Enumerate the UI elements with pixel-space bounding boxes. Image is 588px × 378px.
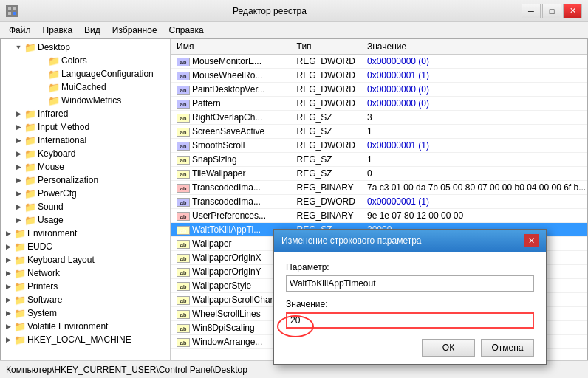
tree-node-keyboard[interactable]: ▶ 📁 Keyboard <box>1 147 170 160</box>
table-row[interactable]: abScreenSaveActiveREG_SZ1 <box>171 125 587 139</box>
folder-icon-keyboardlayout: 📁 <box>14 255 26 265</box>
table-row[interactable]: abTranscodedIma...REG_BINARY7a c3 01 00 … <box>171 181 587 195</box>
tree-node-system[interactable]: ▶ 📁 System <box>1 306 170 320</box>
cell-value: 1 <box>361 153 587 167</box>
window-title: Редактор реестра <box>18 6 522 16</box>
tree-node-printers[interactable]: ▶ 📁 Printers <box>1 280 170 293</box>
tree-node-colors[interactable]: ▶ 📁 Colors <box>1 54 170 67</box>
cell-name: abRightOverlapCh... <box>171 111 291 125</box>
table-row[interactable]: abPatternREG_DWORD0x00000000 (0) <box>171 97 587 111</box>
tree-node-network[interactable]: ▶ 📁 Network <box>1 267 170 280</box>
cell-value: 0x00000001 (1) <box>361 69 587 83</box>
dialog-close-button[interactable]: ✕ <box>524 234 539 247</box>
folder-icon-powercfg: 📁 <box>24 188 36 199</box>
cell-value: 7a c3 01 00 da 7b 05 00 80 07 00 00 b0 0… <box>361 181 587 195</box>
minimize-button[interactable]: ─ <box>522 4 541 18</box>
cell-type: REG_DWORD <box>291 69 361 83</box>
table-row[interactable]: abUserPreferences...REG_BINARY9e 1e 07 8… <box>171 209 587 223</box>
tree-node-powercfg[interactable]: ▶ 📁 PowerCfg <box>1 187 170 200</box>
folder-icon-usage: 📁 <box>24 215 36 225</box>
tree-node-sound[interactable]: ▶ 📁 Sound <box>1 200 170 213</box>
tree-node-personalization[interactable]: ▶ 📁 Personalization <box>1 173 170 187</box>
tree-node-eudc[interactable]: ▶ 📁 EUDC <box>1 240 170 253</box>
dialog-title: Изменение строкового параметра <box>281 236 422 246</box>
folder-icon-mui: 📁 <box>48 82 60 92</box>
menu-view[interactable]: Вид <box>78 24 106 37</box>
table-row[interactable]: abPaintDesktopVer...REG_DWORD0x00000000 … <box>171 83 587 97</box>
cell-name: abMouseWheelRo... <box>171 69 291 83</box>
table-row[interactable]: abTranscodedIma...REG_DWORD0x00000001 (1… <box>171 195 587 209</box>
folder-icon-printers: 📁 <box>14 281 26 292</box>
cell-name: abTranscodedIma... <box>171 195 291 209</box>
tree-node-inputmethod[interactable]: ▶ 📁 Input Method <box>1 120 170 134</box>
folder-icon-inputmethod: 📁 <box>24 122 36 132</box>
col-header-type: Тип <box>291 39 361 55</box>
tree-node-winmetrics[interactable]: ▶ 📁 WindowMetrics <box>1 94 170 107</box>
expand-icon-colors: ▶ <box>36 55 48 66</box>
tree-node-hklm[interactable]: ▶ 📁 HKEY_LOCAL_MACHINE <box>1 333 170 346</box>
cell-name: abMouseMonitorE... <box>171 55 291 69</box>
tree-node-software[interactable]: ▶ 📁 Software <box>1 293 170 306</box>
cell-name: abPattern <box>171 97 291 111</box>
param-label: Параметр: <box>286 262 534 272</box>
table-row[interactable]: abRightOverlapCh...REG_SZ3 <box>171 111 587 125</box>
menu-favorites[interactable]: Избранное <box>106 24 163 37</box>
cell-type: REG_SZ <box>291 125 361 139</box>
folder-icon-lang: 📁 <box>48 69 60 79</box>
tree-node-international[interactable]: ▶ 📁 International <box>1 134 170 147</box>
cell-type: REG_BINARY <box>291 181 361 195</box>
table-row[interactable]: abTileWallpaperREG_SZ0 <box>171 167 587 181</box>
cell-value: 3 <box>361 111 587 125</box>
cell-type: REG_DWORD <box>291 55 361 69</box>
cell-type: REG_DWORD <box>291 139 361 153</box>
folder-icon-keyboard: 📁 <box>24 148 36 159</box>
tree-node-usage[interactable]: ▶ 📁 Usage <box>1 213 170 227</box>
tree-node-environment[interactable]: ▶ 📁 Environment <box>1 227 170 240</box>
tree-node-infrared[interactable]: ▶ 📁 Infrared <box>1 107 170 120</box>
tree-node-lang[interactable]: ▶ 📁 LanguageConfiguration <box>1 67 170 80</box>
param-input[interactable] <box>286 275 534 292</box>
col-header-name: Имя <box>171 39 291 55</box>
folder-icon-infrared: 📁 <box>24 109 36 119</box>
folder-icon-volatile: 📁 <box>14 321 26 331</box>
cell-name: abTileWallpaper <box>171 167 291 181</box>
cell-name: abScreenSaveActive <box>171 125 291 139</box>
window-controls: ─ □ ✕ <box>522 4 582 18</box>
col-header-value: Значение <box>361 39 587 55</box>
menu-edit[interactable]: Правка <box>37 24 79 37</box>
expand-icon-desktop: ▼ <box>13 41 24 53</box>
close-button[interactable]: ✕ <box>563 4 582 18</box>
registry-tree[interactable]: ▼ 📁 Desktop ▶ 📁 Colors ▶ 📁 LanguageConfi… <box>1 39 171 360</box>
value-input[interactable] <box>286 312 534 329</box>
cell-type: REG_SZ <box>291 111 361 125</box>
folder-icon-colors: 📁 <box>48 55 60 66</box>
menu-file[interactable]: Файл <box>3 24 37 37</box>
tree-node-volatile[interactable]: ▶ 📁 Volatile Environment <box>1 320 170 333</box>
folder-icon-mouse: 📁 <box>24 162 36 172</box>
table-row[interactable]: abMouseMonitorE...REG_DWORD0x00000000 (0… <box>171 55 587 69</box>
cell-type: REG_DWORD <box>291 195 361 209</box>
tree-node-mouse[interactable]: ▶ 📁 Mouse <box>1 160 170 173</box>
table-row[interactable]: abMouseWheelRo...REG_DWORD0x00000001 (1) <box>171 69 587 83</box>
tree-node-desktop[interactable]: ▼ 📁 Desktop <box>1 41 170 54</box>
folder-icon-network: 📁 <box>14 268 26 278</box>
cell-type: REG_DWORD <box>291 83 361 97</box>
menu-help[interactable]: Справка <box>163 24 210 37</box>
svg-rect-2 <box>13 7 16 10</box>
app-icon <box>6 5 18 17</box>
cell-value: 9e 1e 07 80 12 00 00 00 <box>361 209 587 223</box>
ok-button[interactable]: ОК <box>422 339 475 357</box>
dialog-title-bar: Изменение строкового параметра ✕ <box>274 230 546 252</box>
cell-name: abSmoothScroll <box>171 139 291 153</box>
cancel-button[interactable]: Отмена <box>481 339 534 357</box>
cell-value: 0x00000000 (0) <box>361 83 587 97</box>
table-row[interactable]: abSmoothScrollREG_DWORD0x00000001 (1) <box>171 139 587 153</box>
tree-node-mui[interactable]: ▶ 📁 MuiCached <box>1 80 170 94</box>
cell-name: abPaintDesktopVer... <box>171 83 291 97</box>
table-row[interactable]: abSnapSizingREG_SZ1 <box>171 153 587 167</box>
maximize-button[interactable]: □ <box>542 4 561 18</box>
cell-value: 0x00000000 (0) <box>361 55 587 69</box>
tree-node-keyboardlayout[interactable]: ▶ 📁 Keyboard Layout <box>1 253 170 267</box>
folder-icon-hklm: 📁 <box>14 334 26 345</box>
cell-type: REG_BINARY <box>291 209 361 223</box>
